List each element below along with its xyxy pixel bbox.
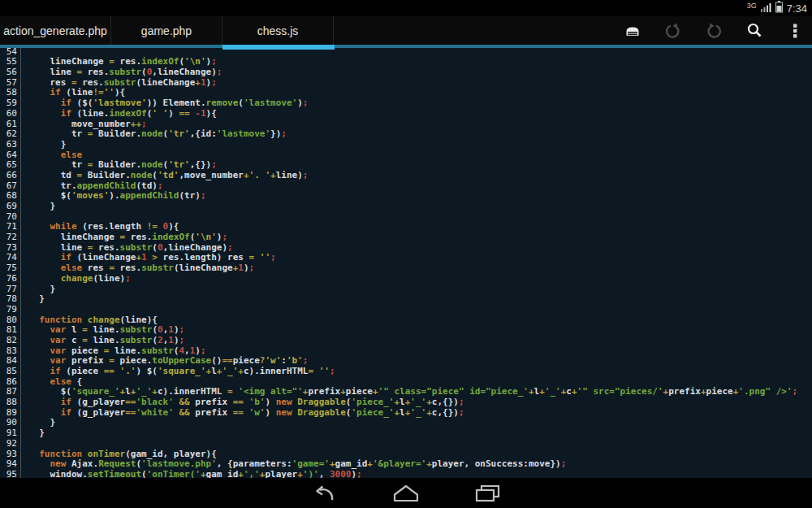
line-number: 56 bbox=[0, 67, 21, 78]
status-bar: 3G 7:34 bbox=[0, 0, 812, 16]
tab-label: game.php bbox=[141, 24, 192, 37]
screen: 3G 7:34 action_generate.phpgame.ph bbox=[0, 0, 812, 508]
code-line: 76 change(line); bbox=[0, 274, 812, 284]
code-line: 63 } bbox=[0, 140, 812, 150]
line-number: 95 bbox=[0, 470, 21, 478]
line-number: 59 bbox=[0, 98, 21, 109]
home-icon[interactable] bbox=[392, 484, 420, 502]
tab-label: chess.js bbox=[257, 24, 299, 37]
signal-strength-icon bbox=[761, 1, 771, 15]
code-line: 91 } bbox=[0, 428, 812, 439]
tab-label: action_generate.php bbox=[3, 24, 107, 37]
back-icon[interactable] bbox=[311, 484, 339, 502]
battery-icon bbox=[775, 1, 783, 16]
tab-game-php[interactable]: game.php bbox=[111, 16, 222, 45]
line-number: 92 bbox=[0, 439, 21, 449]
line-number: 94 bbox=[0, 459, 21, 470]
line-number: 88 bbox=[0, 397, 21, 408]
code-line: 85 if (piece == '.') $('square_'+l+'_'+c… bbox=[0, 367, 812, 377]
line-number: 82 bbox=[0, 336, 21, 346]
line-number: 69 bbox=[0, 202, 21, 212]
active-tab-indicator bbox=[222, 45, 335, 50]
redo-icon[interactable] bbox=[703, 20, 724, 41]
code-editor[interactable]: 53 var res = req.responseText;5455 lineC… bbox=[0, 45, 812, 478]
line-number: 79 bbox=[0, 305, 21, 315]
save-icon[interactable] bbox=[622, 20, 643, 41]
line-number: 76 bbox=[0, 274, 21, 284]
line-number: 85 bbox=[0, 367, 21, 377]
tab-strip: action_generate.phpgame.phpchess.js bbox=[0, 16, 334, 45]
overflow-menu-icon[interactable] bbox=[784, 20, 806, 41]
line-number: 78 bbox=[0, 294, 21, 305]
nav-bar bbox=[0, 478, 812, 508]
clock: 7:34 bbox=[787, 2, 807, 15]
code-lines: 53 var res = req.responseText;5455 lineC… bbox=[0, 45, 812, 478]
line-number: 63 bbox=[0, 140, 21, 150]
tab-chess-js[interactable]: chess.js bbox=[222, 16, 334, 45]
code-line: 89 if (g_player=='white' && prefix == 'w… bbox=[0, 408, 812, 419]
line-number: 66 bbox=[0, 171, 21, 181]
code-line: 69 } bbox=[0, 202, 812, 212]
code-line: 95 window.setTimeout('onTimer('+gam_id+'… bbox=[0, 470, 812, 478]
tab-action_generate-php[interactable]: action_generate.php bbox=[0, 16, 111, 45]
undo-icon[interactable] bbox=[663, 20, 684, 41]
tab-underline bbox=[0, 46, 812, 48]
recents-icon[interactable] bbox=[473, 484, 501, 502]
code-line: 62 tr = Builder.node('tr',{id:'lastmove'… bbox=[0, 129, 812, 140]
code-line: 78 } bbox=[0, 294, 812, 305]
code-line: 90 } bbox=[0, 418, 812, 428]
code-line: 68 $('moves').appendChild(tr); bbox=[0, 191, 812, 202]
network-type-label: 3G bbox=[747, 2, 757, 10]
code-line: 77 } bbox=[0, 284, 812, 295]
search-icon[interactable] bbox=[744, 20, 765, 41]
line-number: 62 bbox=[0, 129, 21, 140]
action-bar: action_generate.phpgame.phpchess.js bbox=[0, 16, 812, 46]
line-number: 60 bbox=[0, 109, 21, 119]
line-number: 91 bbox=[0, 428, 21, 439]
line-number: 72 bbox=[0, 232, 21, 243]
line-number: 75 bbox=[0, 263, 21, 274]
